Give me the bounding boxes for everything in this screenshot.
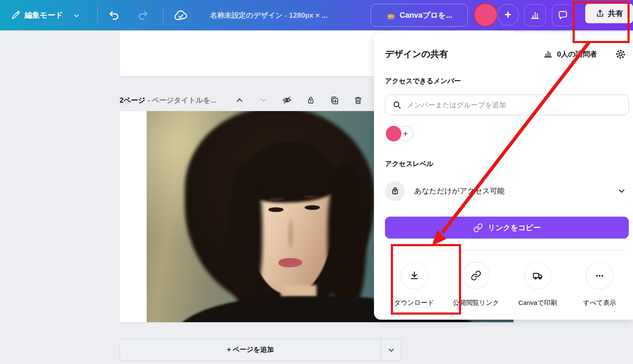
- add-page-label: + ページを追加: [227, 345, 274, 354]
- print-with-canva-button[interactable]: Canvaで印刷: [509, 262, 567, 307]
- visitors-stats-button[interactable]: 0人の訪問者: [543, 49, 597, 59]
- print-truck-icon: [532, 270, 543, 281]
- show-all-button[interactable]: すべて表示: [570, 262, 629, 307]
- public-view-link-label: 公開閲覧リンク: [453, 299, 499, 307]
- move-page-up-button[interactable]: [234, 95, 245, 106]
- more-dots-icon: [594, 270, 605, 281]
- toolbar-divider: [163, 6, 164, 24]
- plus-icon: +: [505, 8, 511, 22]
- undo-icon: [108, 9, 120, 22]
- page-title-placeholder: - ページタイトルを...: [145, 96, 216, 104]
- design-title-text: 名称未設定のデザイン - 1280px × ...: [210, 11, 327, 20]
- share-panel: デザインの共有 0人の訪問者 アクセスできるメンバー + アクセスレベル あなた…: [374, 32, 633, 320]
- trash-icon: [353, 95, 363, 105]
- design-title[interactable]: 名称未設定のデザイン - 1280px × ...: [210, 0, 327, 30]
- copy-link-button[interactable]: リンクをコピー: [385, 217, 629, 239]
- edit-mode-selector[interactable]: 編集モード: [25, 0, 63, 30]
- insights-button[interactable]: [524, 4, 546, 26]
- cloud-check-icon: [173, 8, 188, 22]
- show-all-label: すべて表示: [583, 299, 617, 307]
- download-button[interactable]: ダウンロード: [385, 262, 443, 307]
- members-section-header: アクセスできるメンバー: [385, 77, 461, 86]
- chevron-down-icon: [387, 346, 396, 354]
- share-panel-title: デザインの共有: [385, 48, 543, 60]
- unlock-icon: [306, 95, 316, 105]
- eye-off-icon: [282, 95, 292, 105]
- access-level-value: あなただけがアクセス可能: [414, 186, 608, 196]
- comment-icon: [557, 10, 568, 21]
- portrait-nose: [289, 219, 293, 248]
- panel-divider: [385, 250, 629, 250]
- user-avatar[interactable]: [474, 3, 497, 27]
- member-search-field[interactable]: [385, 95, 629, 115]
- member-avatar[interactable]: [386, 126, 401, 141]
- chevron-down-icon: [259, 95, 268, 105]
- duplicate-page-icon: [330, 95, 339, 105]
- toolbar-divider: [97, 6, 98, 24]
- public-view-link-button[interactable]: 公開閲覧リンク: [447, 262, 505, 307]
- add-page-menu-button[interactable]: [381, 339, 401, 361]
- download-label: ダウンロード: [394, 299, 434, 307]
- lock-icon: [390, 186, 400, 196]
- insights-icon: [529, 10, 540, 21]
- top-toolbar: 編集モード 名称未設定のデザイン - 1280px × ... Canvaプロを…: [0, 0, 633, 30]
- link-icon: [473, 223, 483, 233]
- member-search-input[interactable]: [407, 101, 622, 109]
- search-icon: [392, 100, 402, 110]
- share-button[interactable]: 共有: [585, 4, 633, 23]
- page-number: 2ページ: [120, 96, 145, 104]
- canva-pro-label: Canvaプロを...: [400, 10, 452, 20]
- move-page-down-button[interactable]: [258, 95, 269, 106]
- print-with-canva-label: Canvaで印刷: [518, 299, 557, 307]
- add-page-button[interactable]: + ページを追加: [120, 339, 381, 361]
- page-title[interactable]: 2ページ - ページタイトルを...: [120, 95, 216, 105]
- save-status-button[interactable]: [172, 8, 189, 23]
- copy-link-label: リンクをコピー: [488, 223, 541, 233]
- delete-page-button[interactable]: [352, 95, 363, 106]
- chevron-down-icon: [617, 186, 626, 196]
- access-level-header: アクセスレベル: [385, 160, 434, 168]
- comments-button[interactable]: [552, 4, 574, 26]
- page-toolbar: 2ページ - ページタイトルを...: [120, 93, 386, 107]
- edit-mode-label: 編集モード: [25, 10, 63, 20]
- share-button-label: 共有: [608, 8, 623, 19]
- crown-icon: [386, 11, 396, 19]
- portrait-eye-left: [268, 207, 284, 212]
- share-settings-button[interactable]: [615, 49, 626, 60]
- duplicate-page-button[interactable]: [329, 95, 340, 106]
- redo-icon: [136, 9, 149, 22]
- undo-button[interactable]: [107, 8, 121, 22]
- hide-page-button[interactable]: [281, 95, 292, 106]
- download-icon: [409, 270, 420, 281]
- redo-button[interactable]: [136, 8, 150, 22]
- plus-icon: +: [403, 129, 408, 139]
- portrait-hair-left: [229, 162, 262, 307]
- share-upload-icon: [595, 9, 605, 18]
- insights-icon: [543, 49, 553, 59]
- pencil-icon: [10, 9, 21, 20]
- portrait-hair-right: [327, 162, 366, 314]
- share-actions-row: ダウンロード 公開閲覧リンク Canvaで印刷 すべて表示: [385, 262, 629, 307]
- visitors-count-label: 0人の訪問者: [557, 49, 597, 59]
- portrait-eye-right: [305, 205, 320, 210]
- chevron-down-icon: [73, 12, 80, 19]
- add-page-control: + ページを追加: [120, 339, 401, 361]
- canva-pro-button[interactable]: Canvaプロを...: [371, 4, 468, 27]
- lock-page-button[interactable]: [305, 95, 316, 106]
- public-link-icon: [471, 270, 481, 281]
- add-member-topbar-button[interactable]: +: [497, 4, 519, 26]
- gear-icon: [615, 49, 626, 60]
- chevron-up-icon: [235, 95, 244, 105]
- access-level-selector[interactable]: あなただけがアクセス可能: [385, 181, 626, 201]
